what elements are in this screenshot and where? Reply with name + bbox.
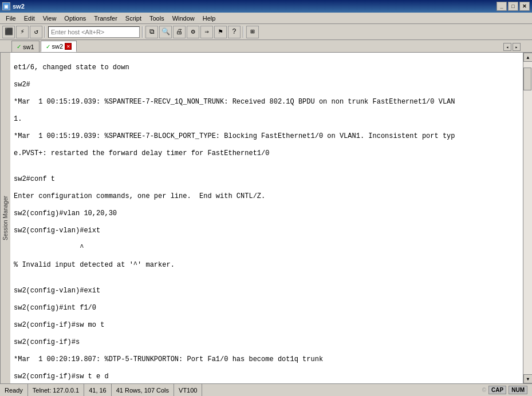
toolbar-print[interactable]: 🖨 (173, 26, 186, 38)
terminal-line-2: sw2# (14, 81, 519, 89)
toolbar-sep-2 (142, 26, 143, 38)
terminal-line-12: ^ (14, 244, 519, 252)
tab-sw1-check: ✓ (17, 43, 21, 50)
terminal-line-1: et1/6, changed state to down (14, 64, 519, 72)
terminal-line-11: sw2(config-vlan)#eixt (14, 227, 519, 235)
tabs-container: ✓ sw1 ✓ sw2 ✕ ◂ ▸ (0, 40, 532, 53)
caps-indicator: CAP (488, 386, 506, 394)
terminal-line-6: e.PVST+: restarted the forward delay tim… (14, 149, 519, 158)
toolbar-sep-3 (243, 26, 244, 38)
status-ready: Ready (5, 384, 28, 396)
terminal-line-19: *Mar 1 00:20:19.807: %DTP-5-TRUNKPORTON:… (14, 355, 519, 364)
tab-sw2-close[interactable]: ✕ (65, 43, 72, 50)
terminal-content[interactable]: et1/6, changed state to down sw2# *Mar 1… (10, 53, 523, 383)
title-bar-controls: _ □ ✕ (496, 2, 530, 11)
status-cursor: 41, 16 (84, 384, 112, 396)
toolbar-flag[interactable]: ⚑ (214, 26, 227, 38)
terminal-line-10: sw2(config)#vlan 10,20,30 (14, 209, 519, 218)
app-icon: ▣ (2, 2, 10, 10)
terminal-line-8: sw2#conf t (14, 175, 519, 184)
menu-script[interactable]: Script (122, 14, 145, 23)
menu-view[interactable]: View (40, 14, 60, 23)
main-area: Session Manager et1/6, changed state to … (0, 53, 532, 383)
minimize-button[interactable]: _ (496, 2, 507, 11)
tab-sw2[interactable]: ✓ sw2 ✕ (41, 41, 77, 52)
terminal-line-5: *Mar 1 00:15:19.039: %SPANTREE-7-BLOCK_P… (14, 132, 519, 141)
session-sidebar: Session Manager (0, 53, 10, 383)
session-manager-label: Session Manager (2, 196, 9, 240)
copyright: © (482, 387, 486, 393)
toolbar-settings[interactable]: ⚙ (187, 26, 199, 38)
tab-next[interactable]: ▸ (513, 43, 521, 51)
status-term: VT100 (174, 384, 202, 396)
terminal-line-13: % Invalid input detected at '^' marker. (14, 261, 519, 270)
scroll-thumb[interactable] (523, 68, 531, 90)
toolbar-new[interactable]: ⬛ (2, 26, 15, 38)
menu-help[interactable]: Help (199, 14, 219, 23)
status-dimensions: 41 Rows, 107 Cols (112, 384, 174, 396)
tab-prev[interactable]: ◂ (503, 43, 511, 51)
toolbar-copy[interactable]: ⧉ (145, 26, 158, 38)
maximize-button[interactable]: □ (508, 2, 518, 11)
toolbar-disconnect[interactable]: ↺ (30, 26, 42, 38)
menu-window[interactable]: Window (169, 14, 198, 23)
terminal-line-9: Enter configuration commands, one per li… (14, 192, 519, 201)
toolbar-sep-1 (45, 26, 46, 38)
menu-bar: File Edit View Options Transfer Script T… (0, 13, 532, 24)
tab-sw2-label: sw2 (52, 43, 64, 50)
status-right: © CAP NUM (482, 386, 527, 394)
scroll-up[interactable]: ▲ (523, 53, 532, 62)
scrollbar[interactable]: ▲ ▼ (523, 53, 532, 383)
title-bar: ▣ sw2 _ □ ✕ (0, 0, 532, 13)
terminal-line-18: sw2(config-if)#s (14, 338, 519, 347)
tab-sw2-check: ✓ (46, 43, 50, 50)
scroll-track[interactable] (523, 62, 532, 374)
menu-file[interactable]: File (2, 14, 19, 23)
terminal-line-17: sw2(config-if)#sw mo t (14, 321, 519, 330)
menu-options[interactable]: Options (61, 14, 89, 23)
terminal-line-15: sw2(config-vlan)#exit (14, 287, 519, 295)
status-bar: Ready Telnet: 127.0.0.1 41, 16 41 Rows, … (0, 383, 532, 396)
menu-transfer[interactable]: Transfer (90, 14, 121, 23)
menu-tools[interactable]: Tools (146, 14, 168, 23)
toolbar-help[interactable]: ? (228, 26, 241, 38)
title-bar-left: ▣ sw2 (2, 2, 25, 10)
toolbar-send[interactable]: ⇒ (200, 26, 213, 38)
terminal-line-20: sw2(config-if)#sw t e d (14, 373, 519, 381)
toolbar-find[interactable]: 🔍 (159, 26, 172, 38)
close-button[interactable]: ✕ (519, 2, 530, 11)
tab-sw1[interactable]: ✓ sw1 (11, 41, 40, 52)
toolbar: ⬛ ⚡ ↺ ⧉ 🔍 🖨 ⚙ ⇒ ⚑ ? ⊞ (0, 24, 532, 40)
status-telnet: Telnet: 127.0.0.1 (28, 384, 84, 396)
num-indicator: NUM (509, 386, 527, 394)
terminal-line-16: sw2(config)#int f1/0 (14, 304, 519, 312)
tab-nav-buttons: ◂ ▸ (503, 43, 521, 52)
terminal[interactable]: et1/6, changed state to down sw2# *Mar 1… (10, 53, 523, 383)
toolbar-lightning[interactable]: ⚡ (16, 26, 29, 38)
window-title: sw2 (13, 3, 25, 10)
terminal-line-4: 1. (14, 115, 519, 124)
tab-sw1-label: sw1 (23, 43, 34, 50)
host-input[interactable] (48, 26, 140, 38)
scroll-down[interactable]: ▼ (523, 374, 532, 383)
toolbar-keypad[interactable]: ⊞ (246, 26, 259, 38)
menu-edit[interactable]: Edit (21, 14, 38, 23)
terminal-line-3: *Mar 1 00:15:19.039: %SPANTREE-7-RECV_1Q… (14, 98, 519, 106)
